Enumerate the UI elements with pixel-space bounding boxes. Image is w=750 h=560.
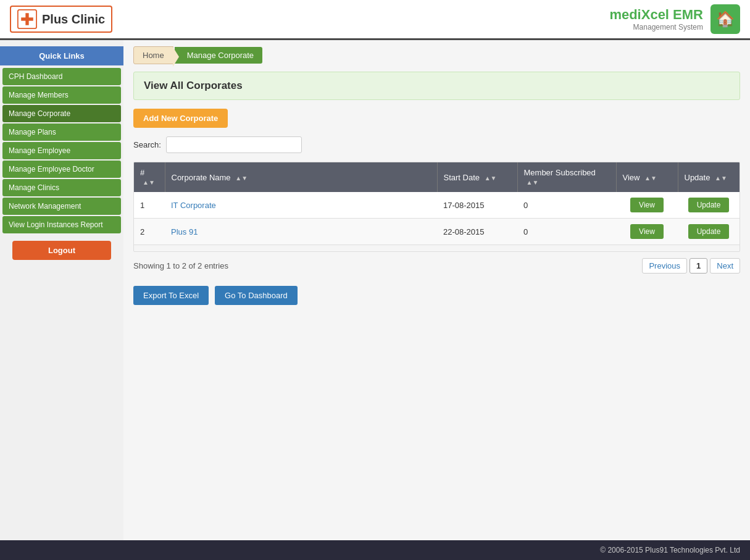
sort-icon-name: ▲▼ bbox=[235, 175, 248, 182]
col-header-num[interactable]: # ▲▼ bbox=[134, 162, 165, 192]
home-button[interactable]: 🏠 bbox=[710, 4, 740, 34]
view-button-0[interactable]: View bbox=[630, 198, 664, 212]
footer-text: © 2006-2015 Plus91 Technologies Pvt. Ltd bbox=[600, 546, 740, 554]
breadcrumb-home[interactable]: Home bbox=[133, 46, 173, 64]
sidebar-item-manage-employee[interactable]: Manage Employee bbox=[2, 142, 121, 159]
logo-icon bbox=[17, 9, 37, 29]
sidebar-item-view-login-instances[interactable]: View Login Instances Report bbox=[2, 216, 121, 233]
update-button-1[interactable]: Update bbox=[688, 224, 730, 239]
cell-start-date-1: 22-08-2015 bbox=[437, 219, 517, 245]
main-wrapper: Quick Links CPH Dashboard Manage Members… bbox=[0, 40, 750, 540]
cell-corporate-name-0: IT Corporate bbox=[165, 192, 437, 219]
cell-update-0: Update bbox=[678, 192, 740, 219]
sort-icon-update: ▲▼ bbox=[715, 175, 727, 182]
sidebar-item-cph-dashboard[interactable]: CPH Dashboard bbox=[2, 68, 121, 85]
search-row: Search: bbox=[133, 136, 740, 153]
export-to-excel-button[interactable]: Export To Excel bbox=[133, 286, 209, 305]
search-input[interactable] bbox=[166, 136, 302, 153]
update-button-0[interactable]: Update bbox=[688, 198, 730, 212]
breadcrumb: Home Manage Corporate bbox=[133, 46, 740, 64]
cell-start-date-0: 17-08-2015 bbox=[437, 192, 517, 219]
go-to-dashboard-button[interactable]: Go To Dashboard bbox=[215, 286, 298, 305]
logout-button[interactable]: Logout bbox=[12, 241, 111, 260]
sidebar-item-network-management[interactable]: Network Management bbox=[2, 198, 121, 215]
header: Plus Clinic mediXcel EMR Management Syst… bbox=[0, 0, 750, 40]
col-header-update[interactable]: Update ▲▼ bbox=[678, 162, 740, 192]
table-row: 2 Plus 91 22-08-2015 0 View Update bbox=[134, 219, 740, 245]
showing-text: Showing 1 to 2 of 2 entries bbox=[133, 261, 228, 270]
corporate-name-link-1[interactable]: Plus 91 bbox=[171, 227, 198, 236]
sort-icon-member: ▲▼ bbox=[527, 179, 539, 186]
logo-text: Plus Clinic bbox=[42, 12, 105, 27]
sidebar-header: Quick Links bbox=[0, 46, 123, 65]
cell-update-1: Update bbox=[678, 219, 740, 245]
sort-icon-num: ▲▼ bbox=[143, 179, 155, 186]
table-wrap: # ▲▼ Corporate Name ▲▼ Start Date ▲▼ M bbox=[133, 162, 740, 252]
sort-icon-view: ▲▼ bbox=[644, 175, 657, 182]
pagination-previous[interactable]: Previous bbox=[642, 258, 687, 274]
table-header-row: # ▲▼ Corporate Name ▲▼ Start Date ▲▼ M bbox=[134, 162, 740, 192]
sidebar: Quick Links CPH Dashboard Manage Members… bbox=[0, 40, 123, 540]
corporates-table: # ▲▼ Corporate Name ▲▼ Start Date ▲▼ M bbox=[134, 162, 740, 245]
content-area: Home Manage Corporate View All Corporate… bbox=[123, 40, 750, 540]
brand-area: mediXcel EMR Management System 🏠 bbox=[609, 4, 740, 34]
sidebar-item-manage-members[interactable]: Manage Members bbox=[2, 86, 121, 104]
pagination-row: Showing 1 to 2 of 2 entries Previous 1 N… bbox=[133, 258, 740, 274]
brand-name-main: mediXcel bbox=[609, 7, 669, 22]
add-new-corporate-button[interactable]: Add New Corporate bbox=[133, 109, 228, 128]
cell-num-0: 1 bbox=[134, 192, 165, 219]
page-title: View All Corporates bbox=[144, 80, 730, 92]
cell-view-1: View bbox=[616, 219, 678, 245]
view-button-1[interactable]: View bbox=[630, 224, 664, 239]
search-label: Search: bbox=[133, 140, 161, 149]
cell-corporate-name-1: Plus 91 bbox=[165, 219, 437, 245]
brand-name: mediXcel EMR bbox=[609, 7, 703, 23]
brand-text-block: mediXcel EMR Management System bbox=[609, 7, 703, 31]
cell-view-0: View bbox=[616, 192, 678, 219]
col-header-view[interactable]: View ▲▼ bbox=[616, 162, 678, 192]
cell-num-1: 2 bbox=[134, 219, 165, 245]
footer: © 2006-2015 Plus91 Technologies Pvt. Ltd bbox=[0, 540, 750, 560]
table-body: 1 IT Corporate 17-08-2015 0 View Update … bbox=[134, 192, 740, 245]
corporate-name-link-0[interactable]: IT Corporate bbox=[171, 201, 216, 210]
sidebar-item-manage-clinics[interactable]: Manage Clinics bbox=[2, 179, 121, 196]
cell-member-subscribed-0: 0 bbox=[517, 192, 616, 219]
cell-member-subscribed-1: 0 bbox=[517, 219, 616, 245]
table-row: 1 IT Corporate 17-08-2015 0 View Update bbox=[134, 192, 740, 219]
sidebar-item-manage-employee-doctor[interactable]: Manage Employee Doctor bbox=[2, 161, 121, 178]
col-header-corporate-name[interactable]: Corporate Name ▲▼ bbox=[165, 162, 437, 192]
sidebar-item-manage-plans[interactable]: Manage Plans bbox=[2, 123, 121, 141]
sidebar-item-manage-corporate[interactable]: Manage Corporate bbox=[2, 105, 121, 122]
brand-name-highlight: EMR bbox=[673, 7, 703, 22]
home-icon: 🏠 bbox=[716, 10, 735, 28]
brand-sub: Management System bbox=[609, 23, 703, 31]
pagination: Previous 1 Next bbox=[642, 258, 740, 274]
col-header-start-date[interactable]: Start Date ▲▼ bbox=[437, 162, 517, 192]
sort-icon-date: ▲▼ bbox=[485, 175, 497, 182]
col-header-member-subscribed[interactable]: Member Subscribed ▲▼ bbox=[517, 162, 616, 192]
breadcrumb-current: Manage Corporate bbox=[175, 47, 262, 64]
view-all-header: View All Corporates bbox=[133, 72, 740, 100]
pagination-page-1[interactable]: 1 bbox=[690, 258, 707, 274]
logo-area: Plus Clinic bbox=[10, 6, 112, 33]
svg-rect-2 bbox=[21, 17, 33, 20]
bottom-buttons: Export To Excel Go To Dashboard bbox=[133, 286, 740, 305]
pagination-next[interactable]: Next bbox=[710, 258, 740, 274]
